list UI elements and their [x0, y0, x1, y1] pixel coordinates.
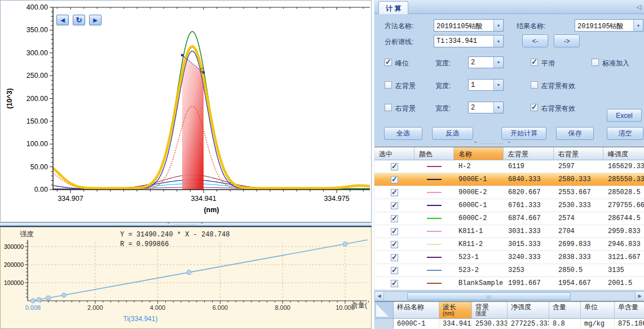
detail-header-3[interactable]: 净强度 [508, 302, 549, 319]
table-row[interactable]: H-261192597165629.333 [374, 160, 644, 173]
peak-intensity-value: 285550.333 [603, 173, 644, 186]
detail-cell-2: 2530.333 [472, 319, 508, 329]
horizontal-splitter[interactable]: ⌃ ········· ⌃ [0, 222, 372, 227]
chevron-down-icon[interactable]: ▼ [493, 57, 503, 68]
chevron-down-icon[interactable]: ▼ [633, 20, 643, 31]
excel-button[interactable]: Excel [607, 109, 642, 122]
tab-calculate[interactable]: 计 算 [378, 1, 408, 14]
svg-text:0.00: 0.00 [34, 186, 48, 194]
result-name-combo[interactable]: 20191105钴酸 ▼ [575, 19, 643, 32]
row-checkbox[interactable] [391, 202, 398, 209]
left-bg-valid-checkbox[interactable] [531, 81, 538, 89]
right-background-value: 2574 [554, 212, 603, 225]
svg-text:强度: 强度 [20, 230, 34, 238]
table-row[interactable]: 6000C-26874.6672574286744.5 [374, 212, 644, 225]
results-table-header: 选中颜色名称左背景右背景峰强度 [374, 147, 644, 160]
row-checkbox[interactable] [391, 228, 398, 235]
results-header-0[interactable]: 选中 [374, 147, 414, 160]
prev-line-button[interactable]: ◀ [56, 15, 69, 25]
chevron-down-icon[interactable]: ▼ [493, 20, 503, 31]
right-bg-width-combo[interactable]: 2 ▼ [468, 102, 504, 113]
peak-width-combo[interactable]: 2 ▼ [468, 56, 504, 68]
chevron-down-icon[interactable]: ▼ [493, 102, 503, 113]
calibration-chart: 1000002000003000000.0082.0004.0006.0008.… [1, 227, 371, 328]
left-background-value: 6840.333 [504, 173, 554, 186]
refresh-icon[interactable]: ↻ [73, 15, 85, 25]
right-background-checkbox[interactable] [385, 104, 392, 111]
detail-header-2[interactable]: 背景强度 [472, 302, 508, 319]
left-bg-width-combo[interactable]: 1 ▼ [468, 79, 504, 91]
detail-header-6[interactable]: 单含量 [615, 302, 644, 319]
peak-intensity-value: 3135 [603, 264, 644, 277]
peak-intensity-value: 165629.333 [603, 160, 644, 173]
svg-text:6.000: 6.000 [213, 304, 228, 311]
series-color-swatch [427, 270, 442, 271]
save-button[interactable]: 保存 [556, 127, 594, 140]
series-color-swatch [427, 179, 442, 180]
results-header-1[interactable]: 颜色 [414, 147, 454, 160]
collapse-panel-icon[interactable]: ◁ [637, 3, 641, 11]
row-header-cell [374, 319, 394, 329]
svg-text:150.00: 150.00 [27, 117, 48, 125]
spectral-chart: 0.0050.00100.00150.00200.00250.00300.003… [1, 1, 371, 222]
detail-table-row[interactable]: 6000C-1334.9412530.333277225.3338.8mg/kg… [374, 319, 644, 329]
row-checkbox[interactable] [391, 280, 398, 287]
select-all-button[interactable]: 全选 [384, 127, 422, 140]
row-checkbox[interactable] [391, 215, 398, 222]
row-checkbox[interactable] [391, 241, 398, 248]
results-header-5[interactable]: 峰强度 [603, 147, 644, 160]
prev-result-button[interactable]: <- [522, 34, 548, 47]
chevron-down-icon[interactable]: ▼ [493, 36, 503, 47]
results-header-4[interactable]: 右背景 [554, 147, 603, 160]
left-background-value: 3240.333 [504, 251, 554, 264]
row-checkbox[interactable] [391, 254, 398, 261]
svg-text:0.008: 0.008 [25, 304, 41, 311]
left-background-checkbox[interactable] [385, 81, 392, 89]
table-row[interactable]: K811-13031.33327042959.833 [374, 225, 644, 238]
corner-cell[interactable] [374, 302, 394, 319]
vertical-splitter[interactable]: ⌃ ········· ⌃ [442, 142, 544, 146]
scroll-right-icon[interactable]: ▶ [635, 292, 644, 300]
svg-text:334.941: 334.941 [191, 195, 216, 203]
detail-header-0[interactable]: 样品名称 [394, 302, 439, 319]
smooth-checkbox[interactable] [531, 59, 538, 66]
table-row[interactable]: 523-232532850.53135 [374, 264, 644, 277]
peak-position-checkbox[interactable] [385, 59, 392, 66]
next-line-button[interactable]: ▶ [89, 15, 102, 25]
horizontal-scrollbar[interactable]: ◀ ||| ▶ [374, 291, 644, 301]
svg-text:400.00: 400.00 [27, 3, 48, 11]
table-row[interactable]: 6000C-16761.3332530.333279755.667 [374, 199, 644, 212]
detail-header-4[interactable]: 含量 [549, 302, 581, 319]
invert-selection-button[interactable]: 反选 [432, 127, 473, 140]
detail-header-1[interactable]: 波长(nm) [439, 302, 472, 319]
next-result-button[interactable]: -> [554, 34, 580, 47]
scroll-left-icon[interactable]: ◀ [375, 292, 384, 300]
chevron-down-icon[interactable]: ▼ [493, 80, 503, 90]
row-checkbox[interactable] [391, 267, 398, 274]
method-name-combo[interactable]: 20191105钴酸 ▼ [434, 19, 504, 32]
left-bg-width-value: 1 [469, 80, 493, 90]
results-table: 选中颜色名称左背景右背景峰强度 H-261192597165629.333900… [374, 147, 644, 290]
scrollbar-thumb[interactable]: ||| [407, 292, 571, 300]
table-row[interactable]: 9000E-26820.6672553.667285028.5 [374, 186, 644, 199]
table-row[interactable]: 9000E-16840.3332580.333285550.333 [374, 173, 644, 186]
row-checkbox[interactable] [391, 176, 398, 183]
right-bg-valid-checkbox[interactable] [531, 104, 538, 111]
table-row[interactable]: 523-13240.3332838.3333121.667 [374, 251, 644, 264]
clear-button[interactable]: 清空 [607, 127, 643, 140]
table-row[interactable]: BlankSample11991.6671954.6672001.5 [374, 277, 644, 290]
table-row[interactable]: K811-23015.3332699.8332946.833 [374, 238, 644, 251]
row-checkbox[interactable] [391, 163, 398, 170]
analysis-line-combo[interactable]: Ti:334.941 ▼ [434, 35, 504, 47]
svg-text:R = 0.999866: R = 0.999866 [120, 240, 169, 248]
standard-addition-checkbox[interactable] [592, 59, 599, 66]
detail-header-5[interactable]: 单位 [581, 302, 615, 319]
method-name-label: 方法名称: [385, 21, 413, 31]
row-checkbox[interactable] [391, 189, 398, 196]
results-header-2[interactable]: 名称 [454, 147, 504, 160]
series-color-swatch [427, 231, 442, 232]
left-bg-valid-label: 左背景有效 [541, 81, 575, 91]
start-calculation-button[interactable]: 开始计算 [501, 127, 546, 140]
results-header-3[interactable]: 左背景 [504, 147, 554, 160]
svg-text:(nm): (nm) [204, 206, 219, 214]
